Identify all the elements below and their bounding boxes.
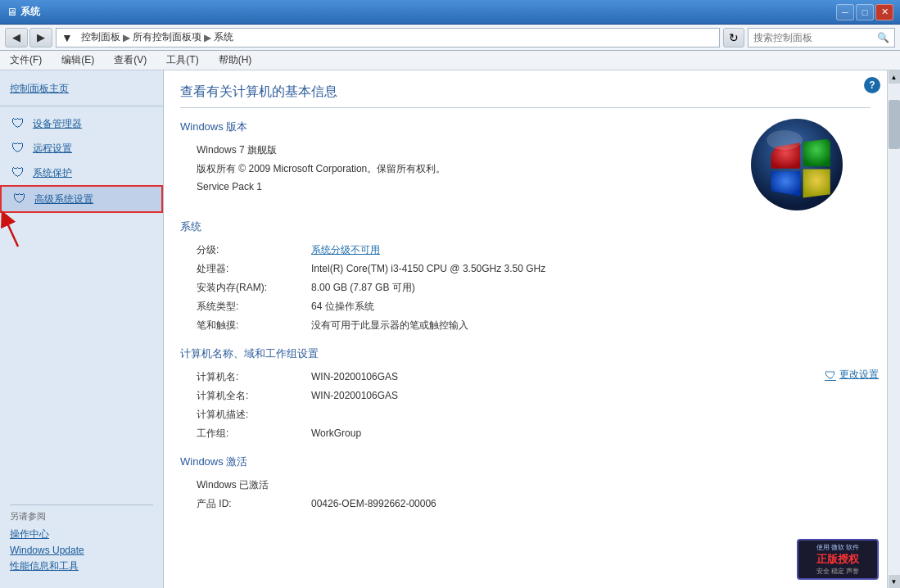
sidebar-main-link[interactable]: 控制面板主页: [0, 77, 163, 101]
sidebar-link-performance[interactable]: 性能信息和工具: [10, 558, 153, 575]
badge-line3: 安全 稳定 声誉: [816, 567, 859, 576]
forward-button[interactable]: ▶: [29, 28, 52, 47]
system-protection-label: 系统保护: [33, 166, 72, 180]
breadcrumb-arrow-1: ▶: [120, 32, 133, 43]
path-icon: ▼: [61, 29, 78, 46]
back-button[interactable]: ◀: [5, 28, 28, 47]
main-area: 控制面板主页 🛡 设备管理器 🛡 远程设置 🛡 系统保护 🛡 高级系统设置: [0, 70, 900, 588]
description-label: 计算机描述:: [197, 408, 311, 422]
computer-section-header: 计算机名称、域和工作组设置: [180, 346, 871, 361]
address-path[interactable]: ▼ 控制面板 ▶ 所有控制面板项 ▶ 系统: [56, 28, 720, 47]
computer-name-value: WIN-20200106GAS: [311, 371, 887, 382]
title-bar-controls: ─ □ ✕: [836, 4, 893, 20]
annotation-arrow: [0, 210, 43, 251]
menu-file[interactable]: 文件(F): [7, 52, 45, 69]
badge-line1: 使用 微软 软件: [816, 543, 859, 552]
title-bar: 🖥 系统 ─ □ ✕: [0, 0, 900, 25]
badge-line2: 正版授权: [816, 552, 859, 567]
system-type-label: 系统类型:: [197, 300, 311, 314]
menu-help[interactable]: 帮助(H): [215, 52, 256, 69]
workgroup-value: WorkGroup: [311, 427, 887, 439]
title-bar-left: 🖥 系统: [7, 5, 40, 19]
processor-value: Intel(R) Core(TM) i3-4150 CPU @ 3.50GHz …: [311, 263, 887, 274]
search-input[interactable]: [753, 32, 874, 43]
change-settings-button[interactable]: 🛡 更改设置: [825, 368, 879, 382]
system-section-header: 系统: [180, 219, 871, 234]
nav-buttons: ◀ ▶: [5, 28, 52, 47]
rating-value[interactable]: 系统分级不可用: [311, 243, 887, 257]
computer-info-table: 🛡 更改设置 计算机名: WIN-20200106GAS 计算机全名: WIN-…: [197, 368, 887, 443]
breadcrumb-3: 系统: [214, 30, 233, 44]
help-icon[interactable]: ?: [864, 77, 880, 93]
ram-row: 安装内存(RAM): 8.00 GB (7.87 GB 可用): [197, 278, 887, 297]
pen-touch-row: 笔和触摸: 没有可用于此显示器的笔或触控输入: [197, 316, 887, 335]
activation-status: Windows 已激活: [197, 478, 887, 492]
scrollbar[interactable]: ▲ ▼: [887, 70, 900, 588]
window-icon: 🖥: [7, 6, 17, 18]
device-manager-icon: 🛡: [10, 115, 26, 132]
rating-label: 分级:: [197, 243, 311, 257]
description-row: 计算机描述:: [197, 405, 887, 424]
address-bar: ◀ ▶ ▼ 控制面板 ▶ 所有控制面板项 ▶ 系统 ↻ 🔍: [0, 25, 900, 51]
scrollbar-down[interactable]: ▼: [889, 575, 900, 588]
sidebar-item-system-protection[interactable]: 🛡 系统保护: [0, 161, 163, 185]
activation-section-header: Windows 激活: [180, 455, 871, 469]
menu-bar: 文件(F) 编辑(E) 查看(V) 工具(T) 帮助(H): [0, 51, 900, 70]
advanced-settings-label: 高级系统设置: [34, 192, 93, 206]
system-type-value: 64 位操作系统: [311, 300, 887, 314]
close-button[interactable]: ✕: [875, 4, 893, 20]
sidebar-item-device-manager[interactable]: 🛡 设备管理器: [0, 111, 163, 136]
product-id-value: 00426-OEM-8992662-00006: [311, 498, 887, 509]
restore-button[interactable]: □: [856, 4, 874, 20]
activation-info-table: Windows 已激活 产品 ID: 00426-OEM-8992662-000…: [197, 476, 887, 513]
activation-status-row: Windows 已激活: [197, 476, 887, 495]
processor-row: 处理器: Intel(R) Core(TM) i3-4150 CPU @ 3.5…: [197, 260, 887, 278]
scrollbar-up[interactable]: ▲: [889, 70, 900, 84]
sidebar-item-advanced-settings[interactable]: 🛡 高级系统设置: [0, 185, 163, 213]
sidebar-divider-2: [10, 504, 153, 505]
breadcrumb-1: 控制面板: [81, 30, 120, 44]
ram-label: 安装内存(RAM):: [197, 281, 311, 295]
full-name-label: 计算机全名:: [197, 389, 311, 403]
menu-edit[interactable]: 编辑(E): [58, 52, 97, 69]
workgroup-label: 工作组:: [197, 427, 311, 441]
sidebar-divider: [0, 106, 163, 106]
minimize-button[interactable]: ─: [836, 4, 854, 20]
breadcrumb-arrow-2: ▶: [201, 32, 214, 43]
sidebar-bottom: 另请参阅 操作中心 Windows Update 性能信息和工具: [0, 493, 163, 581]
change-settings-icon: 🛡: [825, 369, 836, 382]
change-settings-label: 更改设置: [839, 368, 879, 382]
remote-settings-icon: 🛡: [10, 140, 26, 156]
search-icon: 🔍: [877, 32, 889, 43]
full-name-row: 计算机全名: WIN-20200106GAS: [197, 387, 887, 405]
sidebar: 控制面板主页 🛡 设备管理器 🛡 远程设置 🛡 系统保护 🛡 高级系统设置: [0, 70, 164, 588]
device-manager-label: 设备管理器: [33, 117, 82, 131]
system-type-row: 系统类型: 64 位操作系统: [197, 297, 887, 316]
sidebar-link-action-center[interactable]: 操作中心: [10, 526, 153, 543]
activation-badge: 使用 微软 软件 正版授权 安全 稳定 声誉: [797, 539, 879, 580]
product-id-label: 产品 ID:: [197, 497, 311, 511]
windows-logo: [748, 115, 846, 214]
full-name-value: WIN-20200106GAS: [311, 390, 887, 401]
scrollbar-thumb[interactable]: [889, 100, 900, 149]
svg-point-3: [767, 130, 803, 150]
content-area: ? 查看有关计算机的基本信息 Windows 版本 Windows 7 旗舰版 …: [164, 70, 887, 588]
sidebar-item-remote-settings[interactable]: 🛡 远程设置: [0, 136, 163, 161]
change-settings-container: 🛡 更改设置: [825, 368, 879, 382]
ram-value: 8.00 GB (7.87 GB 可用): [311, 281, 887, 295]
rating-row: 分级: 系统分级不可用: [197, 241, 887, 260]
workgroup-row: 工作组: WorkGroup: [197, 424, 887, 443]
also-see-title: 另请参阅: [10, 510, 153, 522]
processor-label: 处理器:: [197, 262, 311, 276]
system-info-table: 分级: 系统分级不可用 处理器: Intel(R) Core(TM) i3-41…: [197, 241, 887, 335]
menu-tools[interactable]: 工具(T): [163, 52, 201, 69]
menu-view[interactable]: 查看(V): [111, 52, 150, 69]
product-id-row: 产品 ID: 00426-OEM-8992662-00006: [197, 495, 887, 513]
remote-settings-label: 远程设置: [33, 142, 72, 156]
pen-touch-label: 笔和触摸:: [197, 319, 311, 332]
sidebar-link-windows-update[interactable]: Windows Update: [10, 543, 153, 558]
refresh-button[interactable]: ↻: [723, 28, 744, 47]
title-bar-title: 系统: [20, 5, 40, 19]
page-title: 查看有关计算机的基本信息: [180, 84, 871, 108]
advanced-settings-icon: 🛡: [11, 191, 28, 207]
